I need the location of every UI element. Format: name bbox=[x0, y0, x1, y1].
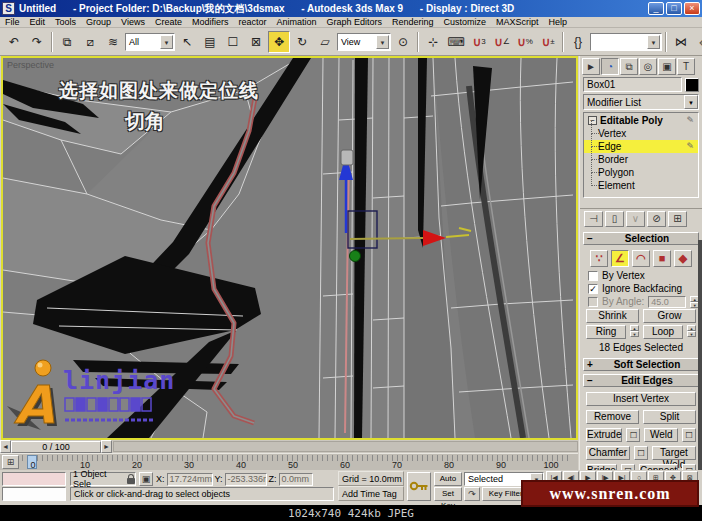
selection-lock-icon[interactable] bbox=[127, 478, 135, 484]
select-manipulate-icon[interactable]: ⊹ bbox=[422, 31, 444, 53]
menu-animation[interactable]: Animation bbox=[276, 17, 316, 27]
motion-tab-icon[interactable]: ◎ bbox=[639, 58, 657, 75]
loop-button[interactable]: Loop bbox=[643, 325, 683, 339]
weld-button[interactable]: Weld bbox=[644, 428, 678, 442]
toggle-key-mode-icon[interactable] bbox=[407, 472, 431, 501]
split-button[interactable]: Split bbox=[643, 410, 696, 424]
soft-selection-rollout-header[interactable]: + Soft Selection bbox=[583, 358, 699, 371]
menu-views[interactable]: Views bbox=[121, 17, 145, 27]
select-rotate-icon[interactable]: ↻ bbox=[291, 31, 313, 53]
absolute-mode-icon[interactable]: ▣ bbox=[139, 472, 153, 486]
select-scale-icon[interactable]: ▱ bbox=[314, 31, 336, 53]
named-selection-dropdown[interactable]: ▼ bbox=[590, 33, 662, 51]
add-time-tag[interactable]: Add Time Tag bbox=[338, 486, 404, 501]
snap-toggle-icon[interactable]: ∪3 bbox=[468, 31, 490, 53]
menu-maxscript[interactable]: MAXScript bbox=[496, 17, 539, 27]
stack-item-border[interactable]: Border bbox=[584, 153, 698, 166]
rect-selection-region-icon[interactable]: ☐ bbox=[222, 31, 244, 53]
y-coordinate-field[interactable]: -253.336mm bbox=[225, 473, 267, 486]
redo-icon[interactable]: ↷ bbox=[26, 31, 48, 53]
create-tab-icon[interactable]: ► bbox=[582, 58, 600, 75]
insert-vertex-button[interactable]: Insert Vertex bbox=[586, 392, 696, 406]
by-angle-checkbox[interactable] bbox=[588, 297, 598, 307]
viewport-label[interactable]: Perspective bbox=[7, 60, 54, 70]
vertex-mode-icon[interactable]: ∵ bbox=[590, 250, 608, 267]
extrude-settings-icon[interactable]: □ bbox=[626, 428, 640, 442]
panel-scrollbar[interactable] bbox=[698, 240, 702, 470]
remove-button[interactable]: Remove bbox=[586, 410, 639, 424]
menu-tools[interactable]: Tools bbox=[55, 17, 76, 27]
unlink-icon[interactable]: ⧄ bbox=[79, 31, 101, 53]
time-slider-track[interactable] bbox=[113, 441, 578, 452]
dropdown-arrow-icon[interactable]: ▼ bbox=[160, 35, 173, 49]
menu-create[interactable]: Create bbox=[155, 17, 182, 27]
element-mode-icon[interactable]: ◆ bbox=[674, 250, 692, 267]
configure-modifier-sets-icon[interactable]: ⊞ bbox=[668, 211, 687, 227]
menu-graph-editors[interactable]: Graph Editors bbox=[327, 17, 383, 27]
select-by-name-icon[interactable]: ▤ bbox=[199, 31, 221, 53]
border-mode-icon[interactable]: ◠ bbox=[632, 250, 650, 267]
angle-snap-icon[interactable]: ∪∠ bbox=[491, 31, 513, 53]
mirror-icon[interactable]: ⋈ bbox=[670, 31, 692, 53]
default-tangent-icon[interactable]: ↷ bbox=[464, 487, 480, 501]
stack-root-editable-poly[interactable]: − Editable Poly ✎ bbox=[584, 114, 698, 127]
utilities-tab-icon[interactable]: T bbox=[677, 58, 695, 75]
display-tab-icon[interactable]: ▣ bbox=[658, 58, 676, 75]
undo-icon[interactable]: ↶ bbox=[3, 31, 25, 53]
percent-snap-icon[interactable]: ∪% bbox=[514, 31, 536, 53]
object-color-swatch[interactable] bbox=[685, 78, 699, 92]
ignore-backfacing-checkbox[interactable]: ✓ bbox=[588, 284, 598, 294]
align-icon[interactable]: ◈ bbox=[693, 31, 702, 53]
ring-spinner[interactable]: ▲▼ bbox=[630, 325, 639, 339]
ref-coord-system-dropdown[interactable]: View ▼ bbox=[337, 33, 391, 51]
collapse-icon[interactable]: − bbox=[584, 233, 596, 244]
shrink-button[interactable]: Shrink bbox=[586, 309, 639, 323]
bind-spacewarp-icon[interactable]: ≋ bbox=[102, 31, 124, 53]
frame-forward-icon[interactable]: ► bbox=[101, 440, 112, 453]
auto-key-button[interactable]: Auto Key bbox=[434, 472, 462, 486]
close-button[interactable]: × bbox=[684, 2, 700, 15]
edit-edges-rollout-header[interactable]: − Edit Edges bbox=[583, 374, 699, 387]
spinner-snap-icon[interactable]: ∪± bbox=[537, 31, 559, 53]
menu-help[interactable]: Help bbox=[549, 17, 568, 27]
edge-mode-icon[interactable]: ∠ bbox=[611, 250, 629, 267]
menu-reactor[interactable]: reactor bbox=[238, 17, 266, 27]
chamfer-button[interactable]: Chamfer bbox=[586, 446, 630, 460]
select-move-icon[interactable]: ✥ bbox=[268, 31, 290, 53]
window-crossing-icon[interactable]: ⊠ bbox=[245, 31, 267, 53]
frame-back-icon[interactable]: ◄ bbox=[0, 440, 11, 453]
dropdown-arrow-icon[interactable]: ▼ bbox=[376, 35, 389, 49]
target-weld-button[interactable]: Target Weld bbox=[652, 446, 696, 460]
by-angle-field[interactable]: 45.0 bbox=[648, 296, 686, 308]
maxscript-listener-input[interactable] bbox=[2, 487, 66, 501]
x-coordinate-field[interactable]: 17.724mm bbox=[167, 473, 213, 486]
remove-modifier-icon[interactable]: ⊘ bbox=[647, 211, 666, 227]
menu-customize[interactable]: Customize bbox=[444, 17, 487, 27]
modify-tab-icon[interactable]: ◔ bbox=[601, 58, 619, 75]
pin-stack-icon[interactable]: ⊣ bbox=[584, 211, 603, 227]
stack-item-edge[interactable]: Edge ✎ bbox=[584, 140, 698, 153]
set-key-button[interactable]: Set Key bbox=[434, 487, 462, 501]
mini-curve-editor-icon[interactable]: ⊞ bbox=[2, 455, 19, 469]
weld-settings-icon[interactable]: □ bbox=[682, 428, 696, 442]
menu-rendering[interactable]: Rendering bbox=[392, 17, 434, 27]
extrude-button[interactable]: Extrude bbox=[586, 428, 622, 442]
show-end-result-icon[interactable]: ▯ bbox=[605, 211, 624, 227]
time-slider[interactable]: 0 / 100 bbox=[11, 441, 101, 453]
by-vertex-checkbox[interactable] bbox=[588, 271, 598, 281]
stack-item-polygon[interactable]: Polygon bbox=[584, 166, 698, 179]
dropdown-arrow-icon[interactable]: ▼ bbox=[647, 35, 660, 49]
stack-item-vertex[interactable]: Vertex bbox=[584, 127, 698, 140]
maximize-button[interactable]: □ bbox=[666, 2, 682, 15]
dropdown-arrow-icon[interactable]: ▼ bbox=[684, 95, 698, 109]
menu-edit[interactable]: Edit bbox=[30, 17, 46, 27]
collapse-icon[interactable]: − bbox=[584, 375, 596, 386]
maxscript-mini-listener[interactable] bbox=[2, 472, 66, 486]
object-name-field[interactable]: Box01 bbox=[583, 77, 682, 92]
menu-group[interactable]: Group bbox=[86, 17, 111, 27]
ring-button[interactable]: Ring bbox=[586, 325, 626, 339]
grow-button[interactable]: Grow bbox=[643, 309, 696, 323]
select-object-icon[interactable]: ↖ bbox=[176, 31, 198, 53]
modifier-list-dropdown[interactable]: Modifier List ▼ bbox=[583, 94, 699, 110]
expand-icon[interactable]: + bbox=[584, 359, 596, 370]
